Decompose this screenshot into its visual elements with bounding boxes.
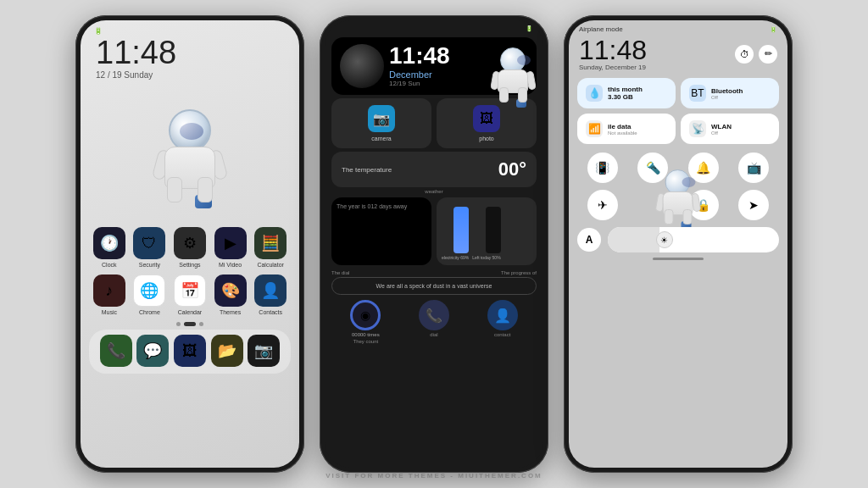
- airplane-button[interactable]: ✈: [587, 190, 618, 220]
- phone1-app-row-2: ♪ Music 🌐 Chrome 📅 Calendar 🎨 Themes 👤 C…: [81, 271, 299, 319]
- phone-3: Airplane mode 🔋 11:48 Sunday, December 1…: [564, 15, 793, 473]
- app-settings[interactable]: ⚙ Settings: [170, 227, 209, 268]
- themes-icon: 🎨: [214, 274, 247, 307]
- bluetooth-toggle-text: Bluetooth Off: [711, 87, 771, 100]
- wlan-value: Off: [711, 130, 771, 136]
- app-chrome-label: Chrome: [139, 309, 160, 315]
- data-toggle-month: this month: [608, 86, 667, 93]
- dial-label: The dial: [331, 270, 349, 275]
- music-icon: ♪: [93, 274, 125, 307]
- data-toggle-value: 3.30 GB: [608, 93, 667, 101]
- app-contacts[interactable]: 👤 Contacts: [251, 274, 290, 315]
- dot-2-active: [184, 322, 196, 326]
- data-toggle-text: this month 3.30 GB: [608, 86, 667, 101]
- phone3-date: Sunday, December 19: [579, 64, 647, 71]
- count-num: 00000 times: [352, 332, 380, 337]
- app-music[interactable]: ♪ Music: [90, 274, 129, 315]
- app-clock[interactable]: 🕐 Clock: [90, 227, 129, 268]
- electricity-bar: [453, 207, 469, 253]
- p3-mini-visor: [682, 177, 696, 187]
- weather-sublabel: weather: [325, 189, 543, 194]
- phone2-app-camera[interactable]: 📷 camera: [331, 98, 431, 148]
- app-security[interactable]: 🛡 Security: [130, 227, 169, 268]
- chrome-icon: 🌐: [133, 274, 165, 307]
- location-button[interactable]: ➤: [738, 190, 769, 220]
- vibrate-button[interactable]: 📳: [587, 152, 618, 183]
- weather-temperature: 00°: [498, 158, 526, 180]
- phone2-status-bar: 🔋: [325, 20, 543, 34]
- phone1-astronaut: [152, 109, 228, 202]
- contact-app[interactable]: 👤 contact: [487, 300, 518, 344]
- dial-year-label: The year is 012 days away: [337, 203, 407, 209]
- dial-app[interactable]: 📞 dial: [419, 300, 449, 344]
- phone1-astronaut-area: [81, 88, 299, 224]
- phone3-top-icons: ⏱ ✏: [735, 45, 777, 64]
- electricity-label: electricity 69%: [442, 255, 469, 260]
- timer-icon[interactable]: ⏱: [735, 45, 754, 64]
- brightness-slider[interactable]: ☀: [608, 227, 779, 252]
- app-contacts-label: Contacts: [259, 309, 282, 315]
- moon-widget: [340, 44, 384, 88]
- phone2-weather-widget: The temperature 00°: [331, 152, 537, 187]
- contact-app-label: contact: [494, 332, 510, 337]
- app-mivideo[interactable]: ▶ Mi Video: [211, 227, 250, 268]
- phone2-dial-widget: The year is 012 days away: [331, 197, 431, 265]
- astro-leg-left: [167, 177, 182, 202]
- phone3-status-bar: Airplane mode 🔋: [569, 20, 787, 35]
- phone3-time-row: 11:48 Sunday, December 19 ⏱ ✏: [569, 35, 787, 73]
- app-music-label: Music: [102, 309, 117, 315]
- camera-app-label: camera: [371, 136, 391, 141]
- phone2-progress-widget: electricity 69% Left today 50%: [437, 197, 537, 265]
- dock-files[interactable]: 📂: [211, 335, 243, 367]
- data-icon: 💧: [586, 85, 603, 102]
- phone2-battery-icon: 🔋: [526, 25, 533, 32]
- dock-messages[interactable]: 💬: [136, 335, 169, 367]
- left-today-bar: [486, 207, 501, 253]
- bluetooth-label: Bluetooth: [711, 87, 771, 95]
- bluetooth-icon: BT: [689, 85, 706, 102]
- dock-gallery[interactable]: 🖼: [174, 335, 206, 367]
- dial-app-icon: 📞: [419, 300, 449, 330]
- clock-icon: 🕐: [93, 227, 125, 259]
- app-calendar[interactable]: 📅 Calendar: [170, 274, 209, 315]
- astro-helmet: [169, 109, 211, 152]
- phone2-bottom-row: The year is 012 days away electricity 69…: [331, 197, 537, 265]
- p3-mini-leg-left: [665, 209, 674, 225]
- phone2-bottom-apps: ◉ 00000 times They count 📞 dial 👤 contac…: [325, 297, 543, 347]
- app-chrome[interactable]: 🌐 Chrome: [130, 274, 169, 315]
- auto-brightness-icon[interactable]: A: [577, 228, 601, 252]
- brightness-thumb: ☀: [656, 231, 673, 248]
- count-label: They count: [353, 339, 378, 344]
- count-inner: ◉: [360, 308, 370, 322]
- count-widget[interactable]: ◉ 00000 times They count: [350, 300, 381, 344]
- app-calculator[interactable]: 🧮 Calculator: [251, 227, 290, 268]
- cast-button[interactable]: 📺: [738, 152, 769, 183]
- contact-app-icon: 👤: [487, 300, 518, 330]
- count-circle: ◉: [350, 300, 381, 330]
- phone2-time-info: 11:48 December 12/19 Sun: [389, 44, 450, 87]
- phone2-apps-row: 📷 camera 🖼 photo: [331, 98, 537, 148]
- edit-icon[interactable]: ✏: [759, 45, 777, 64]
- mobile-data-text: ile data Not available: [608, 123, 667, 136]
- phone1-status-icons: 🔋: [94, 27, 103, 35]
- toggle-mobile-data[interactable]: 📶 ile data Not available: [577, 114, 676, 144]
- app-themes[interactable]: 🎨 Themes: [211, 274, 250, 315]
- toggle-bluetooth[interactable]: BT Bluetooth Off: [681, 78, 779, 108]
- dock-camera[interactable]: 📷: [248, 335, 280, 367]
- toggle-wlan[interactable]: 📡 WLAN Off: [681, 114, 779, 144]
- toggle-data[interactable]: 💧 this month 3.30 GB: [577, 78, 676, 108]
- security-icon: 🛡: [133, 227, 165, 259]
- phone3-time: 11:48: [579, 36, 647, 64]
- widget-labels-row: The dial The progress of: [325, 269, 543, 275]
- phone3-screen: Airplane mode 🔋 11:48 Sunday, December 1…: [569, 20, 787, 468]
- progress-label: The progress of: [501, 270, 537, 275]
- bluetooth-value: Off: [711, 95, 771, 100]
- phone2-date: 12/19 Sun: [389, 80, 450, 87]
- phone1-date: 12 / 19 Sunday: [81, 69, 299, 80]
- photo-app-label: photo: [479, 136, 494, 141]
- left-today-bar-group: Left today 50%: [472, 202, 500, 260]
- dial-app-label: dial: [430, 332, 437, 337]
- calculator-icon: 🧮: [254, 227, 287, 259]
- dock-phone[interactable]: 📞: [100, 335, 132, 367]
- app-clock-label: Clock: [102, 262, 117, 268]
